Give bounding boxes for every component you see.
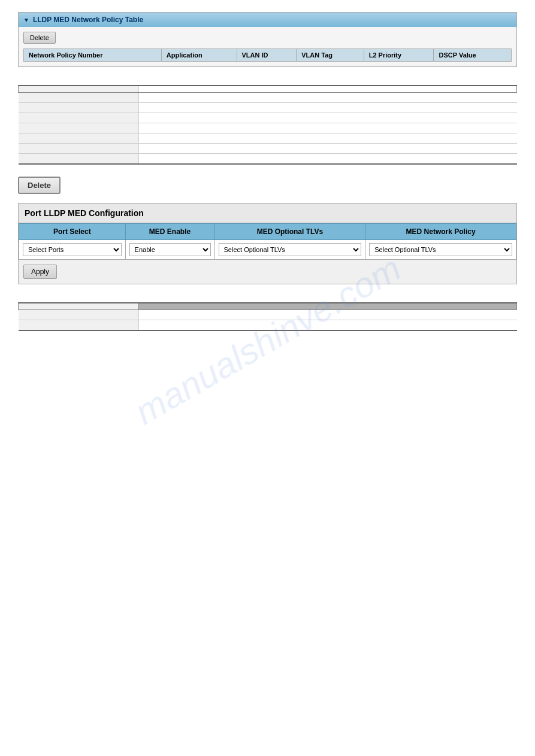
med-enable-cell: Enable Disable <box>125 240 214 260</box>
middle-table-section <box>18 85 517 165</box>
policy-table-section: ▼ LLDP MED Network Policy Table Delete N… <box>18 12 517 67</box>
table-row <box>19 103 517 113</box>
bottom-table-section <box>18 302 517 331</box>
port-select-header: Port Select <box>19 224 126 240</box>
standalone-delete-section: Delete <box>18 177 517 194</box>
med-network-policy-header: MED Network Policy <box>365 224 516 240</box>
port-config-title: Port LLDP MED Configuration <box>19 204 516 223</box>
bottom-header-col2 <box>138 303 517 310</box>
table-row <box>19 93 517 103</box>
middle-row6-col1 <box>19 144 138 154</box>
col-l2-priority: L2 Priority <box>364 49 434 62</box>
bottom-row1-col1 <box>19 310 138 320</box>
middle-table-header-row <box>19 86 517 93</box>
middle-row7-col2 <box>138 154 517 165</box>
table-row <box>19 123 517 133</box>
collapse-arrow-icon[interactable]: ▼ <box>23 17 29 23</box>
bottom-row2-col2 <box>138 320 517 331</box>
middle-row1-col1 <box>19 93 138 103</box>
apply-button[interactable]: Apply <box>23 265 57 279</box>
table-row <box>19 310 517 320</box>
middle-row6-col2 <box>138 144 517 154</box>
med-network-policy-dropdown[interactable]: Select Optional TLVs <box>369 243 512 256</box>
table-row <box>19 133 517 144</box>
col-network-policy-number: Network Policy Number <box>24 49 162 62</box>
middle-row1-col2 <box>138 93 517 103</box>
policy-table-title: LLDP MED Network Policy Table <box>33 16 143 24</box>
med-enable-dropdown[interactable]: Enable Disable <box>129 243 211 256</box>
bottom-header-col1 <box>19 303 138 310</box>
col-dscp-value: DSCP Value <box>434 49 512 62</box>
bottom-row2-col1 <box>19 320 138 331</box>
policy-data-table: Network Policy Number Application VLAN I… <box>23 48 512 62</box>
table-row <box>19 113 517 123</box>
port-select-cell: Select Ports <box>19 240 126 260</box>
middle-row5-col1 <box>19 133 138 144</box>
bottom-row1-col2 <box>138 310 517 320</box>
col-vlan-id: VLAN ID <box>237 49 297 62</box>
table-row <box>19 144 517 154</box>
port-config-section: Port LLDP MED Configuration Port Select … <box>18 203 517 284</box>
middle-row3-col2 <box>138 113 517 123</box>
middle-row5-col2 <box>138 133 517 144</box>
bottom-plain-table <box>18 302 517 331</box>
policy-delete-button[interactable]: Delete <box>23 32 56 44</box>
port-config-row: Select Ports Enable Disable Select Optio… <box>19 240 516 260</box>
middle-row4-col2 <box>138 123 517 133</box>
med-optional-tlvs-dropdown[interactable]: Select Optional TLVs <box>219 243 362 256</box>
middle-row4-col1 <box>19 123 138 133</box>
med-enable-header: MED Enable <box>125 224 214 240</box>
col-application: Application <box>161 49 237 62</box>
med-optional-tlvs-cell: Select Optional TLVs <box>214 240 365 260</box>
middle-row2-col1 <box>19 103 138 113</box>
port-select-dropdown[interactable]: Select Ports <box>23 243 122 256</box>
apply-button-wrapper: Apply <box>19 260 516 284</box>
middle-plain-table <box>18 85 517 165</box>
middle-header-col1 <box>19 86 138 93</box>
table-row <box>19 154 517 165</box>
middle-row7-col1 <box>19 154 138 165</box>
policy-table-body: Delete Network Policy Number Application… <box>19 27 516 66</box>
middle-row2-col2 <box>138 103 517 113</box>
med-network-policy-cell: Select Optional TLVs <box>365 240 516 260</box>
standalone-delete-button[interactable]: Delete <box>18 177 61 194</box>
port-config-table: Port Select MED Enable MED Optional TLVs… <box>19 223 516 260</box>
bottom-table-header-row <box>19 303 517 310</box>
policy-table-header: ▼ LLDP MED Network Policy Table <box>19 13 516 27</box>
med-optional-tlvs-header: MED Optional TLVs <box>214 224 365 240</box>
col-vlan-tag: VLAN Tag <box>297 49 364 62</box>
middle-header-col2 <box>138 86 517 93</box>
middle-row3-col1 <box>19 113 138 123</box>
table-row <box>19 320 517 331</box>
